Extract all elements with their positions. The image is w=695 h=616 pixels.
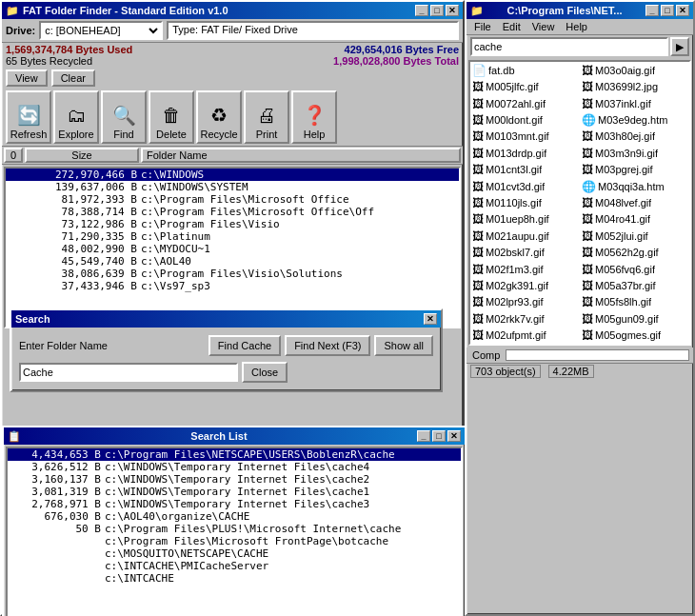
grid-file-item[interactable]: 📄fat.db — [470, 62, 580, 78]
fb-maximize[interactable]: □ — [661, 5, 674, 16]
find-next-button[interactable]: Find Next (F3) — [285, 335, 370, 356]
grid-file-item[interactable]: 🖼M056fvq6.gif — [580, 261, 689, 277]
view-button[interactable]: View — [6, 70, 48, 87]
grid-file-item[interactable]: 🌐M03e9deg.htm — [580, 111, 689, 128]
search-result-row[interactable]: c:\INTCACHE — [8, 572, 461, 585]
grid-file-item[interactable]: 🖼M01cnt3l.gif — [470, 161, 580, 177]
find-cache-button[interactable]: Find Cache — [208, 335, 281, 356]
grid-file-item[interactable]: 🖼M0103mnt.gif — [470, 129, 580, 145]
grid-file-item[interactable]: 🖼M05gun09.gif — [580, 310, 689, 327]
grid-file-item[interactable]: 🖼M05ogmes.gif — [580, 328, 689, 344]
minimize-button[interactable]: _ — [415, 5, 428, 16]
grid-file-item[interactable]: 🖼M021aupu.gif — [470, 228, 580, 244]
grid-file-item[interactable]: 🖼M013drdp.gif — [470, 145, 580, 161]
close-button[interactable]: ✕ — [446, 5, 459, 16]
grid-file-item[interactable]: 🖼M03m3n9i.gif — [580, 145, 689, 161]
grid-file-item[interactable]: 🖼M02rkk7v.gif — [470, 310, 580, 327]
grid-file-item[interactable]: 🖼M03o0aig.gif — [580, 62, 689, 78]
search-result-row[interactable]: 3,081,319 Bc:\WINDOWS\Temporary Internet… — [8, 486, 461, 498]
search-list-minimize[interactable]: _ — [417, 430, 430, 442]
recycle-button[interactable]: ♻ Recycle — [196, 90, 242, 144]
search-result-row[interactable]: c:\MOSQUITO\NETSCAPE\CACHE — [8, 547, 461, 560]
help-button[interactable]: ❓ Help — [291, 90, 337, 144]
file-row[interactable]: 139,637,006 Bc:\WINDOWS\SYSTEM — [6, 181, 459, 193]
grid-file-item[interactable]: 🖼M02bskl7.gif — [470, 244, 580, 260]
show-all-button[interactable]: Show all — [374, 335, 433, 356]
file-row[interactable]: 37,433,946 Bc:\Vs97_sp3 — [6, 280, 459, 292]
delete-button[interactable]: 🗑 Delete — [149, 90, 194, 144]
file-type-icon: 🖼 — [582, 196, 593, 209]
search-result-row[interactable]: 4,434,653 Bc:\Program Files\NETSCAPE\USE… — [8, 448, 461, 461]
grid-file-item[interactable]: 🖼M052jlui.gif — [580, 228, 689, 244]
file-row[interactable]: 81,972,393 Bc:\Program Files\Microsoft O… — [6, 193, 459, 206]
search-result-row[interactable]: 3,160,137 Bc:\WINDOWS\Temporary Internet… — [8, 473, 461, 486]
fb-close[interactable]: ✕ — [676, 5, 689, 16]
file-row[interactable]: 78,388,714 Bc:\Program Files\Microsoft O… — [6, 206, 459, 218]
file-type-icon: 🖼 — [472, 279, 484, 292]
grid-file-item[interactable]: 🖼M0072ahl.gif — [470, 95, 580, 111]
file-row[interactable]: 45,549,740 Bc:\AOL40 — [6, 255, 459, 268]
main-window-title: FAT Folder Finder - Standard Edition v1.… — [23, 5, 228, 16]
clear-button[interactable]: Clear — [51, 70, 95, 87]
file-list[interactable]: 272,970,466 Bc:\WINDOWS139,637,006 Bc:\W… — [4, 167, 461, 328]
fb-menu-file[interactable]: File — [468, 20, 497, 33]
grid-file-item[interactable]: 🌐M03qqi3a.htm — [580, 178, 689, 194]
grid-file-item[interactable]: 🖼M02gk391.gif — [470, 277, 580, 293]
col-folder: Folder Name — [141, 148, 461, 163]
grid-file-item[interactable]: 🖼M01cvt3d.gif — [470, 178, 580, 194]
grid-file-item[interactable]: 🖼M0110jls.gif — [470, 194, 580, 210]
grid-file-item[interactable]: 🖼M0562h2g.gif — [580, 244, 689, 260]
maximize-button[interactable]: □ — [430, 5, 444, 16]
result-path: c:\Program Files\PLUS!\Microsoft Interne… — [105, 523, 459, 535]
file-path: c:\Program Files\Visio — [141, 218, 457, 230]
grid-file-item[interactable]: 🖼M05fs8lh.gif — [580, 294, 689, 310]
grid-file-item[interactable]: 🖼M02f1m3.gif — [470, 261, 580, 277]
fb-go-button[interactable]: ▶ — [670, 37, 689, 56]
search-result-row[interactable]: c:\INTCACHE\PMICacheServer — [8, 560, 461, 572]
grid-file-item[interactable]: 🖼M048lvef.gif — [580, 194, 689, 210]
search-list-close[interactable]: ✕ — [447, 430, 461, 442]
fb-menu-help[interactable]: Help — [560, 20, 593, 33]
grid-file-item[interactable]: 🖼M037inkl.gif — [580, 95, 689, 111]
grid-file-item[interactable]: 🖼M05a37br.gif — [580, 277, 689, 293]
grid-file-item[interactable]: 🖼M005jlfc.gif — [470, 78, 580, 94]
search-close-button[interactable]: Close — [242, 362, 288, 383]
grid-file-item[interactable]: 🖼M04ro41.gif — [580, 211, 689, 228]
grid-file-item[interactable]: 🖼M03h80ej.gif — [580, 129, 689, 145]
search-list-body[interactable]: 4,434,653 Bc:\Program Files\NETSCAPE\USE… — [6, 447, 463, 616]
search-result-row[interactable]: 2,768,971 Bc:\WINDOWS\Temporary Internet… — [8, 498, 461, 510]
find-button[interactable]: 🔍 Find — [101, 90, 147, 144]
grid-file-name: M05ogmes.gif — [595, 329, 661, 341]
file-type-icon: 🖼 — [582, 295, 593, 308]
grid-file-item[interactable]: 🖼M01uep8h.gif — [470, 211, 580, 228]
explore-button[interactable]: 🗂 Explore — [53, 90, 99, 144]
file-row[interactable]: 71,290,335 Bc:\Platinum — [6, 230, 459, 243]
fb-minimize[interactable]: _ — [645, 5, 659, 16]
grid-file-item[interactable]: 🖼M00ldont.gif — [470, 111, 580, 128]
result-size — [10, 535, 105, 547]
search-result-row[interactable]: 50 Bc:\Program Files\PLUS!\Microsoft Int… — [8, 523, 461, 535]
search-input[interactable] — [19, 363, 238, 382]
search-result-row[interactable]: 3,626,512 Bc:\WINDOWS\Temporary Internet… — [8, 461, 461, 473]
fb-menu-view[interactable]: View — [526, 20, 561, 33]
grid-file-item[interactable]: 🖼M03699l2.jpg — [580, 78, 689, 94]
search-result-row[interactable]: 676,030 Bc:\AOL40\organize\CACHE — [8, 510, 461, 523]
result-path: c:\WINDOWS\Temporary Internet Files\cach… — [105, 461, 459, 473]
file-row[interactable]: 73,122,986 Bc:\Program Files\Visio — [6, 218, 459, 230]
file-grid[interactable]: 📄fat.db🖼M03o0aig.gif🖼M005jlfc.gif🖼M03699… — [468, 60, 691, 346]
search-list-maximize[interactable]: □ — [432, 430, 446, 442]
grid-file-item[interactable]: 🖼M03pgrej.gif — [580, 161, 689, 177]
fb-search-input[interactable] — [470, 37, 668, 56]
search-close-btn[interactable]: ✕ — [424, 313, 437, 325]
file-row[interactable]: 48,002,990 Bc:\MYDOCU~1 — [6, 243, 459, 255]
file-row[interactable]: 272,970,466 Bc:\WINDOWS — [6, 169, 459, 181]
file-row[interactable]: 38,086,639 Bc:\Program Files\Visio\Solut… — [6, 268, 459, 280]
grid-file-item[interactable]: 🖼M02lpr93.gif — [470, 294, 580, 310]
search-result-row[interactable]: c:\Program Files\Microsoft FrontPage\bot… — [8, 535, 461, 547]
grid-file-item[interactable]: 🖼M02ufpmt.gif — [470, 328, 580, 344]
fb-menu-edit[interactable]: Edit — [497, 20, 526, 33]
drive-select[interactable]: c: [BONEHEAD] — [39, 21, 163, 40]
result-size: 3,626,512 B — [10, 461, 105, 473]
refresh-button[interactable]: 🔄 Refresh — [6, 90, 51, 144]
print-button[interactable]: 🖨 Print — [244, 90, 289, 144]
